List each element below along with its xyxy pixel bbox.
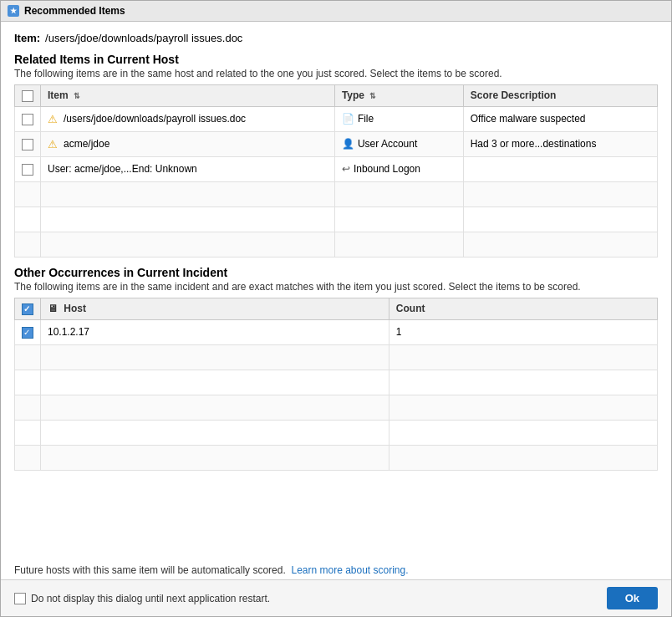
related-section: Related Items in Current Host The follow… xyxy=(14,53,658,258)
do-not-display-checkbox[interactable] xyxy=(14,593,26,604)
related-row-3-checkbox[interactable] xyxy=(22,164,33,176)
occ-select-all-checkbox[interactable] xyxy=(22,303,33,315)
related-row-3-item: User: acme/jdoe,...End: Unknown xyxy=(41,156,335,181)
occ-empty-row-4 xyxy=(15,420,658,445)
related-row-2-checkbox[interactable] xyxy=(22,139,33,150)
occ-empty-5-count xyxy=(389,445,657,470)
related-row-3-checkbox-cell xyxy=(15,156,41,181)
learn-more-link[interactable]: Learn more about scoring. xyxy=(291,564,408,576)
related-empty-1-item xyxy=(41,181,335,207)
related-empty-3-item xyxy=(41,232,335,257)
occ-empty-3-host xyxy=(41,395,389,420)
related-row-2-type-icon: 👤 xyxy=(342,138,354,150)
main-content: Item: /users/jdoe/downloads/payroll issu… xyxy=(1,22,671,564)
window-title: Recommended Items xyxy=(24,5,125,17)
related-col-item: Item ⇅ xyxy=(41,85,335,107)
type-sort-icon[interactable]: ⇅ xyxy=(369,92,376,100)
main-window: ★ Recommended Items Item: /users/jdoe/do… xyxy=(0,0,672,617)
item-path-value: /users/jdoe/downloads/payroll issues.doc xyxy=(45,32,242,44)
occ-row-1: 10.1.2.17 1 xyxy=(15,319,658,344)
occ-empty-5-host xyxy=(41,445,389,470)
occurrences-section: Other Occurrences in Current Incident Th… xyxy=(14,266,658,471)
occ-empty-5-cb xyxy=(15,445,41,470)
occ-empty-1-host xyxy=(41,344,389,370)
related-empty-row-3 xyxy=(15,232,658,257)
related-empty-row-1 xyxy=(15,181,658,207)
occ-empty-row-1 xyxy=(15,344,658,370)
related-row-1-warning-icon: ⚠ xyxy=(48,113,58,125)
occ-empty-row-3 xyxy=(15,395,658,420)
occ-empty-2-count xyxy=(389,370,657,395)
occ-empty-row-5 xyxy=(15,445,658,470)
related-row-1-item: ⚠ /users/jdoe/downloads/payroll issues.d… xyxy=(41,106,335,131)
related-row-1-item-text: /users/jdoe/downloads/payroll issues.doc xyxy=(64,113,246,125)
footer-bottom: Do not display this dialog until next ap… xyxy=(1,579,671,616)
occ-host-icon: 🖥 xyxy=(48,303,58,314)
occ-empty-4-host xyxy=(41,420,389,445)
do-not-display-text: Do not display this dialog until next ap… xyxy=(31,593,270,604)
related-row-1-type-text: File xyxy=(358,113,374,125)
related-row-1-score: Office malware suspected xyxy=(463,106,657,131)
related-row-3-type-icon: ↩ xyxy=(342,163,350,175)
related-empty-2-cb xyxy=(15,207,41,232)
title-bar: ★ Recommended Items xyxy=(1,1,671,22)
ok-button[interactable]: Ok xyxy=(607,587,658,609)
related-select-all-checkbox[interactable] xyxy=(22,90,33,102)
related-col-checkbox xyxy=(15,85,41,107)
related-row-2: ⚠ acme/jdoe 👤 User Account Had 3 or more… xyxy=(15,131,658,156)
related-row-1: ⚠ /users/jdoe/downloads/payroll issues.d… xyxy=(15,106,658,131)
related-items-table: Item ⇅ Type ⇅ Score Description xyxy=(14,84,658,258)
related-col-score: Score Description xyxy=(463,85,657,107)
occurrences-section-title: Other Occurrences in Current Incident xyxy=(14,266,658,279)
related-empty-3-score xyxy=(463,232,657,257)
related-row-2-type: 👤 User Account xyxy=(334,131,463,156)
occ-empty-2-host xyxy=(41,370,389,395)
related-row-3-score xyxy=(463,156,657,181)
related-empty-1-type xyxy=(334,181,463,207)
occ-row-1-checkbox-cell xyxy=(15,319,41,344)
related-row-1-type-icon: 📄 xyxy=(342,113,354,125)
occ-empty-4-cb xyxy=(15,420,41,445)
occ-empty-row-2 xyxy=(15,370,658,395)
do-not-display-label[interactable]: Do not display this dialog until next ap… xyxy=(14,593,270,604)
item-sort-icon[interactable]: ⇅ xyxy=(74,92,80,100)
occ-empty-2-cb xyxy=(15,370,41,395)
related-empty-row-2 xyxy=(15,207,658,232)
related-col-type: Type ⇅ xyxy=(334,85,463,107)
footer-note: Future hosts with this same item will be… xyxy=(1,564,671,579)
occ-col-count: Count xyxy=(389,298,657,319)
footer-note-text: Future hosts with this same item will be… xyxy=(14,564,286,576)
related-row-3-type-text: Inbound Logon xyxy=(354,163,420,175)
window-icon: ★ xyxy=(8,5,19,17)
related-row-2-warning-icon: ⚠ xyxy=(48,138,58,150)
occ-empty-3-count xyxy=(389,395,657,420)
related-section-title: Related Items in Current Host xyxy=(14,53,658,66)
item-path-row: Item: /users/jdoe/downloads/payroll issu… xyxy=(14,32,658,44)
related-row-2-item-text: acme/jdoe xyxy=(64,138,109,150)
related-empty-3-type xyxy=(334,232,463,257)
related-row-2-checkbox-cell xyxy=(15,131,41,156)
related-empty-2-item xyxy=(41,207,335,232)
related-row-1-type: 📄 File xyxy=(334,106,463,131)
related-row-3-type: ↩ Inbound Logon xyxy=(334,156,463,181)
occ-empty-1-count xyxy=(389,344,657,370)
related-empty-1-cb xyxy=(15,181,41,207)
occ-row-1-checkbox[interactable] xyxy=(22,327,33,339)
related-row-3: User: acme/jdoe,...End: Unknown ↩ Inboun… xyxy=(15,156,658,181)
related-row-1-checkbox[interactable] xyxy=(22,114,33,125)
occ-empty-3-cb xyxy=(15,395,41,420)
occurrences-section-desc: The following items are in the same inci… xyxy=(14,281,658,293)
related-row-2-type-text: User Account xyxy=(358,138,417,150)
related-empty-3-cb xyxy=(15,232,41,257)
occ-empty-4-count xyxy=(389,420,657,445)
occurrences-table: 🖥 Host Count 10.1.2.17 xyxy=(14,298,658,471)
related-row-1-checkbox-cell xyxy=(15,106,41,131)
occ-row-1-count: 1 xyxy=(389,319,657,344)
occ-empty-1-cb xyxy=(15,344,41,370)
related-row-3-item-text: User: acme/jdoe,...End: Unknown xyxy=(48,163,197,175)
occ-row-1-host: 10.1.2.17 xyxy=(41,319,389,344)
occ-col-host: 🖥 Host xyxy=(41,298,389,319)
related-empty-1-score xyxy=(463,181,657,207)
related-section-desc: The following items are in the same host… xyxy=(14,68,658,79)
related-row-2-score: Had 3 or more...destinations xyxy=(463,131,657,156)
